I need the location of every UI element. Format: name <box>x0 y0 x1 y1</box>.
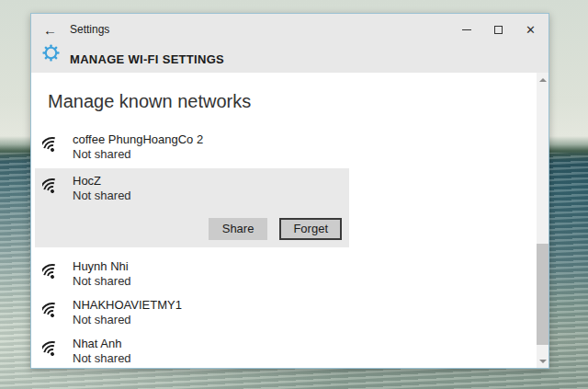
network-status: Not shared <box>73 313 182 327</box>
maximize-button[interactable] <box>482 14 514 45</box>
chevron-down-icon <box>539 360 547 363</box>
settings-window: ← Settings ✕ <box>30 13 549 369</box>
network-item[interactable]: Huynh Nhi Not shared <box>35 257 349 291</box>
close-icon: ✕ <box>526 24 536 36</box>
forget-button[interactable]: Forget <box>279 218 342 240</box>
window-title: Settings <box>70 23 109 36</box>
network-name: Huynh Nhi <box>73 259 131 274</box>
scrollbar[interactable] <box>537 73 548 368</box>
page-header: MANAGE WI-FI SETTINGS <box>31 45 548 73</box>
close-button[interactable]: ✕ <box>514 14 547 45</box>
network-status: Not shared <box>73 351 131 366</box>
network-item-selected[interactable]: HocZ Not shared Share Forget <box>35 168 349 247</box>
titlebar[interactable]: ← Settings ✕ <box>31 14 548 45</box>
network-name: NHAKHOAVIETMY1 <box>73 298 182 313</box>
window-header-area: ← Settings ✕ <box>31 14 548 73</box>
network-item[interactable]: NHAKHOAVIETMY1 Not shared <box>35 296 349 329</box>
minimize-icon <box>462 29 471 30</box>
gear-icon <box>41 43 61 66</box>
back-icon[interactable]: ← <box>43 23 57 37</box>
network-item[interactable]: Nhat Anh Not shared <box>35 335 349 368</box>
share-button[interactable]: Share <box>209 218 268 240</box>
chevron-up-icon <box>539 78 547 82</box>
section-heading: Manage known networks <box>48 91 251 112</box>
network-status: Not shared <box>73 189 131 203</box>
minimize-button[interactable] <box>450 14 482 45</box>
content-area: Manage known networks coffee PhungHo <box>31 73 548 368</box>
scrollbar-thumb[interactable] <box>537 244 548 345</box>
network-name: coffee PhungHoangCo 2 <box>73 132 203 147</box>
network-name: HocZ <box>73 174 131 189</box>
wifi-icon <box>42 338 64 363</box>
scroll-down-button[interactable] <box>537 355 548 367</box>
wifi-icon <box>42 260 64 286</box>
wifi-icon <box>42 175 64 200</box>
network-status: Not shared <box>73 274 131 289</box>
network-name: Nhat Anh <box>73 337 131 351</box>
wifi-icon <box>42 133 64 159</box>
wifi-icon <box>42 299 64 325</box>
page-title: MANAGE WI-FI SETTINGS <box>70 52 224 66</box>
window-controls: ✕ <box>450 14 547 45</box>
network-item[interactable]: coffee PhungHoangCo 2 Not shared <box>35 131 349 164</box>
scroll-up-button[interactable] <box>537 74 548 86</box>
maximize-icon <box>494 26 503 34</box>
network-status: Not shared <box>73 147 203 162</box>
